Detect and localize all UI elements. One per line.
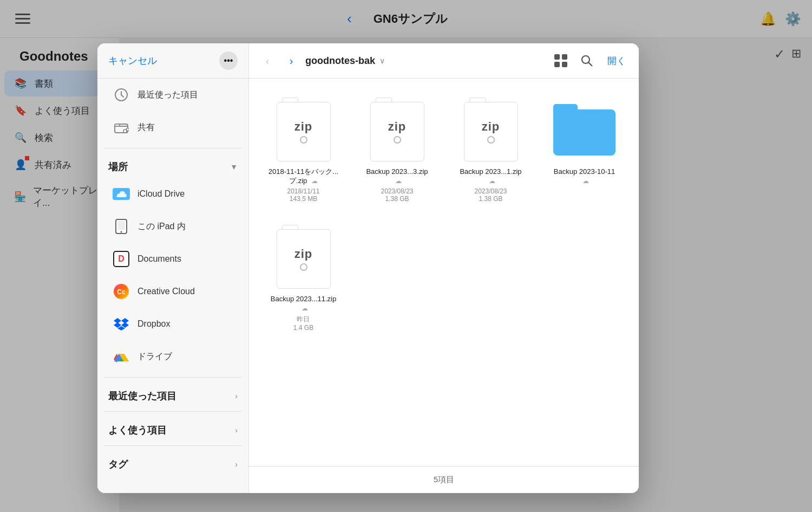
browser-footer: 5項目: [249, 466, 639, 493]
browser-path: goodnotes-bak ∨: [305, 55, 547, 67]
more-options-button[interactable]: •••: [219, 51, 238, 70]
file-item-3[interactable]: zip Backup 2023...1.zip ☁ 2023/08/23 1.3…: [449, 92, 532, 208]
places-section-header[interactable]: 場所 ▼: [97, 153, 248, 178]
creative-cloud-label: Creative Cloud: [137, 287, 195, 296]
tags-section-title: タグ: [108, 458, 128, 471]
zip-file-icon-1: zip: [277, 98, 331, 161]
browser-toolbar: ‹ › goodnotes-bak ∨: [249, 43, 639, 79]
file-meta-2: 2023/08/23 1.38 GB: [381, 187, 413, 203]
file-icon-wrap-3: zip: [459, 97, 523, 162]
svg-rect-17: [562, 62, 567, 67]
item-count: 5項目: [434, 475, 454, 485]
svg-rect-16: [554, 62, 560, 67]
tags-chevron-icon: ›: [235, 460, 238, 469]
recent-section-title: 最近使った項目: [108, 390, 176, 403]
grid-view-toggle-button[interactable]: [551, 51, 571, 70]
favorites-section-title: よく使う項目: [108, 424, 167, 437]
svg-rect-15: [562, 54, 567, 60]
modal-sidebar: キャンセル ••• 最近使った項目: [97, 43, 249, 493]
modal-nav-drive[interactable]: ドライブ: [102, 341, 244, 372]
zip-file-icon-5: zip: [277, 225, 331, 289]
modal-nav-ipad[interactable]: この iPad 内: [102, 211, 244, 242]
browser-forward-button[interactable]: ›: [281, 51, 301, 70]
file-icon-wrap-5: zip: [271, 224, 336, 289]
modal-nav-recent-top[interactable]: 最近使った項目: [102, 80, 244, 110]
ellipsis-icon: •••: [224, 56, 233, 66]
open-button[interactable]: 開く: [603, 55, 630, 67]
svg-text:Cc: Cc: [117, 288, 126, 296]
file-name-3: Backup 2023...1.zip ☁: [456, 167, 526, 186]
file-meta-3: 2023/08/23 1.38 GB: [474, 187, 507, 203]
creative-cloud-icon: Cc: [113, 283, 130, 300]
recent-chevron-icon: ›: [235, 392, 238, 400]
path-dropdown-icon[interactable]: ∨: [379, 56, 385, 65]
file-icon-wrap-2: zip: [365, 97, 430, 162]
icloud-drive-label: iCloud Drive: [137, 189, 185, 199]
clock-icon: [113, 86, 130, 103]
file-item-1[interactable]: zip 2018-11-11をバック...プ.zip ☁ 2018/11/11 …: [262, 92, 345, 208]
folder-icon-4: [553, 104, 615, 155]
icloud-drive-icon: [113, 185, 130, 203]
drive-label: ドライブ: [137, 351, 172, 362]
google-drive-icon: [113, 348, 130, 365]
documents-app-icon: D: [113, 250, 130, 268]
svg-rect-5: [115, 124, 120, 126]
svg-rect-14: [554, 54, 560, 60]
browser-search-button[interactable]: [577, 51, 597, 70]
modal-file-browser: ‹ › goodnotes-bak ∨: [249, 43, 639, 493]
ipad-label: この iPad 内: [137, 221, 186, 232]
favorites-section-header[interactable]: よく使う項目 ›: [97, 416, 248, 441]
file-icon-wrap-4: [552, 97, 617, 162]
file-item-4[interactable]: Backup 2023-10-11 ☁: [543, 92, 626, 208]
modal-nav-documents[interactable]: D Documents: [102, 244, 244, 274]
svg-point-18: [582, 56, 590, 63]
modal-nav-shared[interactable]: 共有: [102, 112, 244, 142]
divider-1: [104, 148, 242, 148]
zip-file-icon-2: zip: [370, 98, 424, 161]
shared-folder-icon: [113, 119, 130, 136]
svg-point-7: [127, 128, 129, 131]
tags-section-header[interactable]: タグ ›: [97, 450, 248, 475]
modal-nav-dropbox[interactable]: Dropbox: [102, 309, 244, 339]
cloud-badge-5: ☁: [302, 304, 308, 312]
documents-label: Documents: [137, 254, 181, 264]
divider-3: [104, 411, 242, 412]
file-name-1: 2018-11-11をバック...プ.zip ☁: [269, 167, 339, 186]
places-chevron-icon: ▼: [230, 163, 238, 171]
cloud-badge-1: ☁: [311, 177, 318, 185]
cloud-badge-2: ☁: [395, 177, 402, 185]
browser-back-button[interactable]: ‹: [258, 51, 277, 70]
cloud-badge-4: ☁: [582, 177, 589, 185]
file-name-4: Backup 2023-10-11 ☁: [549, 167, 620, 186]
file-meta-1: 2018/11/11 143.5 MB: [287, 187, 319, 203]
file-item-5[interactable]: zip Backup 2023...11.zip ☁ 昨日 1.4 GB: [262, 219, 345, 337]
browser-actions: 開く: [551, 51, 630, 70]
file-grid: zip 2018-11-11をバック...プ.zip ☁ 2018/11/11 …: [249, 79, 639, 466]
places-title: 場所: [108, 160, 128, 173]
cloud-badge-3: ☁: [489, 177, 495, 185]
file-item-2[interactable]: zip Backup 2023...3.zip ☁ 2023/08/23 1.3…: [356, 92, 438, 208]
dropbox-icon: [113, 315, 130, 333]
divider-2: [104, 377, 242, 378]
cancel-button[interactable]: キャンセル: [108, 54, 157, 67]
recent-top-label: 最近使った項目: [137, 89, 198, 101]
zip-file-icon-3: zip: [464, 98, 518, 161]
divider-4: [104, 445, 242, 446]
dropbox-label: Dropbox: [137, 319, 170, 329]
modal-nav-icloud[interactable]: iCloud Drive: [102, 179, 244, 209]
svg-rect-11: [117, 221, 125, 230]
file-icon-wrap-1: zip: [271, 97, 336, 162]
current-folder-name: goodnotes-bak: [305, 55, 375, 67]
modal-nav-creative-cloud[interactable]: Cc Creative Cloud: [102, 276, 244, 307]
modal-header: キャンセル •••: [97, 43, 248, 79]
svg-point-10: [121, 231, 122, 233]
favorites-chevron-icon: ›: [235, 426, 238, 435]
file-name-5: Backup 2023...11.zip ☁: [269, 295, 339, 313]
ipad-icon: [113, 218, 130, 235]
file-name-2: Backup 2023...3.zip ☁: [362, 167, 433, 186]
shared-label: 共有: [137, 122, 155, 133]
file-meta-5: 昨日 1.4 GB: [293, 315, 313, 332]
recent-section-header[interactable]: 最近使った項目 ›: [97, 382, 248, 407]
file-picker-modal: キャンセル ••• 最近使った項目: [97, 43, 639, 493]
